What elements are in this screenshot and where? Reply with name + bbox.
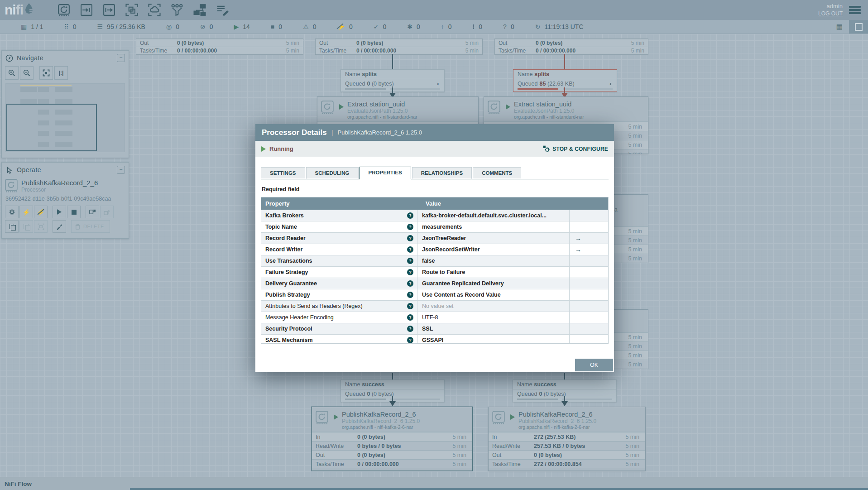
- ok-button[interactable]: OK: [575, 359, 613, 371]
- birdseye-minimap[interactable]: [5, 83, 125, 152]
- queued-count: 85: [539, 81, 546, 87]
- help-icon[interactable]: ?: [407, 303, 413, 309]
- help-icon[interactable]: ?: [407, 280, 413, 287]
- status-count: 0: [278, 23, 282, 30]
- birdseye-block: [38, 99, 49, 104]
- connection-label-splits-backpressure[interactable]: Namesplits Queued85 (22.63 KB)◐: [513, 69, 617, 92]
- flow-revert-icon: [104, 209, 110, 216]
- running-indicator-icon: [510, 414, 515, 420]
- stop-and-configure-button[interactable]: STOP & CONFIGURE: [543, 145, 608, 153]
- disable-button[interactable]: ⚡: [34, 206, 48, 218]
- stop-button[interactable]: [67, 206, 81, 218]
- help-icon[interactable]: ?: [407, 292, 413, 298]
- go-to-service-icon[interactable]: →: [575, 246, 581, 253]
- selected-component-name: PublishKafkaRecord_2_6: [21, 179, 98, 187]
- help-icon[interactable]: ?: [407, 246, 413, 253]
- processor-publishkafkarecord-right[interactable]: PublishKafkaRecord_2_6 PublishKafkaRecor…: [488, 407, 646, 471]
- collapse-navigate-button[interactable]: −: [117, 54, 125, 62]
- status-item: ! 0: [473, 23, 482, 30]
- group-button[interactable]: [34, 220, 48, 233]
- property-row: Record Reader ? JsonTreeReader →: [261, 232, 608, 244]
- template-icon[interactable]: [193, 3, 206, 17]
- copy-button[interactable]: [5, 220, 19, 233]
- navigate-title: Navigate: [17, 54, 43, 62]
- save-version-button[interactable]: [86, 206, 99, 218]
- status-item: ⊘ 0: [200, 23, 213, 30]
- zoom-fit-button[interactable]: [39, 66, 53, 80]
- delete-button[interactable]: DELETE: [71, 220, 110, 233]
- status-count: 1 / 1: [31, 23, 43, 30]
- status-item: ↑ 0: [441, 23, 452, 30]
- start-button[interactable]: [53, 206, 66, 218]
- configure-button[interactable]: [5, 206, 19, 218]
- stat-row: In272 (257.53 KB)5 min: [489, 432, 645, 441]
- help-icon[interactable]: ?: [407, 337, 413, 343]
- global-menu-icon[interactable]: [849, 5, 861, 15]
- selected-component-id: 36952422-d11e-3b5b-b0f1-09c49ae58caa: [5, 196, 125, 202]
- refresh-time: 11:19:13 UTC: [544, 23, 583, 30]
- help-icon[interactable]: ?: [407, 235, 413, 241]
- help-icon[interactable]: ?: [407, 258, 413, 264]
- zoom-actual-button[interactable]: |:|: [54, 66, 68, 80]
- dialog-tab[interactable]: COMMENTS: [473, 167, 521, 179]
- change-color-button[interactable]: [53, 220, 66, 233]
- bottom-scrollbar[interactable]: [130, 488, 868, 490]
- enable-button[interactable]: ⚡: [19, 206, 33, 218]
- processor-bundle: org.apache.nifi - nifi-kafka-2-6-nar: [518, 424, 596, 430]
- help-icon[interactable]: ?: [407, 269, 413, 275]
- status-count: 95 / 25.36 KB: [107, 23, 145, 30]
- help-icon[interactable]: ?: [407, 326, 413, 332]
- processor-type: PublishKafkaRecord_2_6 1.25.0: [518, 418, 596, 424]
- status-item: ✱ 0: [407, 23, 420, 30]
- dialog-tab[interactable]: PROPERTIES: [360, 167, 411, 179]
- help-icon[interactable]: ?: [407, 224, 413, 230]
- zoom-in-button[interactable]: [5, 66, 19, 80]
- breadcrumb[interactable]: NiFi Flow: [5, 480, 32, 487]
- processor-details-dialog: Processor Details | PublishKafkaRecord_2…: [255, 124, 614, 372]
- property-name: Topic Name: [261, 224, 297, 230]
- paste-button[interactable]: [19, 220, 33, 233]
- help-icon[interactable]: ?: [407, 212, 413, 219]
- processor-stamp-icon: [492, 411, 505, 424]
- processor-stats-partial[interactable]: Out0 (0 bytes)5 minTasks/Time0 / 00:00:0…: [494, 38, 648, 55]
- refresh-icon[interactable]: ↻: [535, 23, 541, 30]
- dialog-tab[interactable]: SETTINGS: [261, 167, 305, 179]
- processor-stats-partial[interactable]: Out0 (0 bytes)5 minTasks/Time0 / 00:00:0…: [315, 38, 483, 55]
- remote-process-group-icon[interactable]: [148, 3, 161, 17]
- status-item: ⚡ 0: [337, 23, 352, 30]
- property-value: No value set: [417, 301, 570, 312]
- processor-stamp-icon: [5, 179, 18, 192]
- dialog-tab[interactable]: SCHEDULING: [306, 167, 359, 179]
- property-row: Record Writer ? JsonRecordSetWriter →: [261, 244, 608, 255]
- collapse-operate-button[interactable]: −: [117, 166, 125, 174]
- birdseye-toggle-icon[interactable]: ▦: [836, 23, 843, 31]
- birdseye-block: [20, 99, 37, 104]
- status-count: 0: [73, 23, 77, 30]
- help-icon[interactable]: ?: [407, 314, 413, 321]
- label-icon[interactable]: [216, 3, 229, 17]
- input-port-icon[interactable]: [80, 3, 93, 17]
- status-count: 0: [210, 23, 213, 30]
- birdseye-viewport[interactable]: [6, 104, 97, 151]
- go-to-service-icon[interactable]: →: [575, 235, 581, 242]
- last-refresh[interactable]: ↻ 11:19:13 UTC: [535, 23, 584, 30]
- revert-version-button[interactable]: [100, 206, 114, 218]
- status-count: 0: [383, 23, 386, 30]
- paste-icon: [24, 224, 29, 230]
- processor-type: EvaluateJsonPath 1.25.0: [514, 108, 584, 114]
- process-group-icon[interactable]: [125, 3, 139, 17]
- dialog-tab[interactable]: RELATIONSHIPS: [412, 167, 472, 179]
- logout-link[interactable]: LOG OUT: [818, 10, 843, 17]
- processor-icon[interactable]: [57, 3, 71, 17]
- property-value: measurements: [417, 221, 570, 232]
- processor-stats-partial[interactable]: Out0 (0 bytes)5 minTasks/Time0 / 00:00:0…: [136, 38, 303, 55]
- property-name: Attributes to Send as Headers (Regex): [261, 303, 363, 309]
- funnel-icon[interactable]: [170, 3, 184, 17]
- output-port-icon[interactable]: [102, 3, 116, 17]
- processor-name: Extract station_uuid: [347, 101, 417, 108]
- birdseye-block: [55, 87, 72, 92]
- search-button[interactable]: [849, 20, 868, 34]
- processor-publishkafkarecord-left[interactable]: PublishKafkaRecord_2_6 PublishKafkaRecor…: [312, 407, 473, 471]
- zoom-out-button[interactable]: [20, 66, 34, 80]
- gear-icon: [9, 209, 15, 216]
